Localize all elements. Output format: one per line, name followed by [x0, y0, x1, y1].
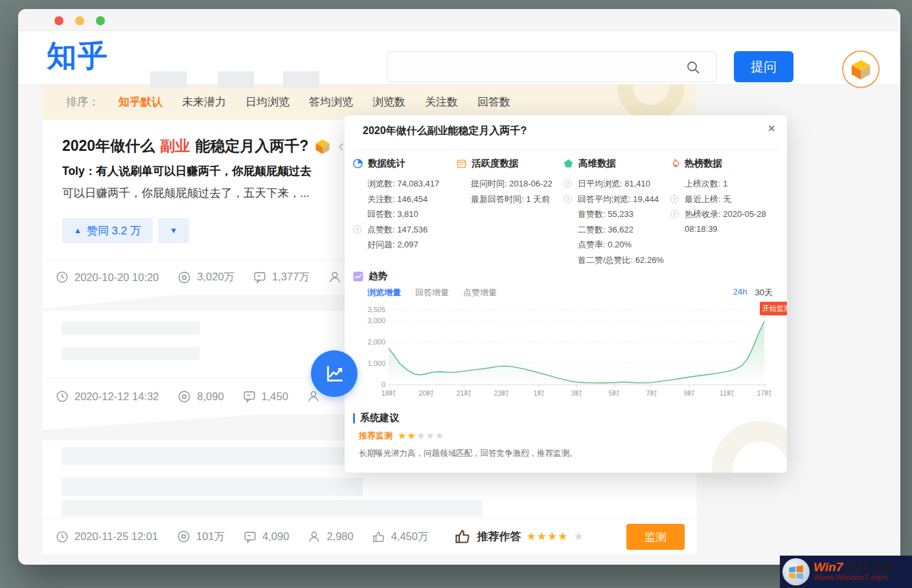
close-window-button[interactable] [54, 16, 63, 25]
stat-row: 首赞数: 55,233 [564, 207, 668, 222]
y-tick-label: 3,505 [366, 306, 385, 313]
minimize-window-button[interactable] [75, 16, 84, 25]
y-tick-label: 2,000 [366, 338, 385, 346]
sort-item-views[interactable]: 浏览数 [372, 95, 405, 109]
followers-count: 2,980 [326, 530, 353, 543]
x-tick-label: 17时 [753, 389, 776, 398]
answer-excerpt[interactable]: Toly：有人说刷单可以日赚两千，你屁颠屁颠过去 可以日赚两千，你屁颠屁颠过去了… [62, 160, 367, 204]
chevron-left-icon[interactable]: ‹ [338, 136, 344, 156]
x-tick-label: 5时 [602, 389, 626, 398]
question-title[interactable]: 2020年做什么副业能稳定月入两千? ‹ [62, 136, 344, 156]
pentagon-icon [564, 159, 573, 168]
stat-row: 上榜次数: 1 [670, 176, 773, 192]
x-tick-label: 7时 [640, 389, 663, 398]
clock-icon [55, 530, 69, 544]
views-icon [177, 389, 192, 404]
clock-icon [55, 270, 69, 284]
sort-item-answers[interactable]: 回答数 [477, 95, 510, 109]
suggestion-stars-filled: ★★ [398, 430, 416, 441]
placeholder-bar [62, 322, 200, 335]
extension-cube-icon [849, 57, 873, 82]
trend-tab-upvotes[interactable]: 点赞增量 [463, 287, 497, 299]
extension-cube-icon[interactable] [314, 137, 332, 155]
sort-bar: 排序： 知乎默认 未来潜力 日均浏览 答均浏览 浏览数 关注数 回答数 [42, 84, 696, 120]
browser-window: 知乎 提问 排序： 知乎默认 [18, 9, 900, 565]
comments-count: 4,090 [262, 530, 289, 543]
y-tick-label: 0 [366, 381, 385, 389]
maximize-window-button[interactable] [96, 16, 105, 25]
views-count: 101万 [196, 530, 225, 544]
trend-tab-views[interactable]: 浏览增量 [367, 287, 401, 299]
data-popup: 2020年做什么副业能稳定月入两千? × 数据统计 浏览数: 74,083,41… [345, 115, 787, 473]
downvote-button[interactable]: ▼ [158, 218, 189, 243]
close-icon[interactable]: × [768, 122, 775, 135]
section-hotlist-data: 热榜数据 上榜次数: 1 ?最近上榜: 无 ?热榜收录: 2020-05-28 … [670, 157, 773, 236]
trend-floating-button[interactable] [311, 350, 358, 397]
x-tick-label: 11时 [715, 389, 738, 398]
upvotes-count: 4,450万 [391, 530, 429, 544]
nav-placeholder [283, 71, 319, 88]
sort-item-daily-views[interactable]: 日均浏览 [245, 95, 290, 109]
x-tick-label: 9时 [678, 389, 701, 398]
sort-item-zhihu-default[interactable]: 知乎默认 [119, 95, 163, 109]
upvotes-icon [372, 530, 386, 544]
sort-label: 排序： [66, 95, 99, 109]
zhihu-logo[interactable]: 知乎 [47, 36, 109, 76]
sort-item-future-potential[interactable]: 未来潜力 [182, 95, 226, 109]
search-icon[interactable] [685, 60, 701, 75]
range-24h-toggle[interactable]: 24h [733, 287, 747, 299]
help-icon[interactable]: ? [353, 225, 361, 234]
views-icon [177, 270, 192, 285]
stat-row: 点赞率: 0.20% [564, 237, 668, 253]
section-accent-bar [353, 413, 355, 424]
placeholder-bar [62, 478, 363, 496]
placeholder-bar [62, 500, 483, 517]
stat-row: 最新回答时间: 1 天前 [457, 192, 560, 207]
up-triangle-icon: ▲ [74, 226, 82, 235]
trend-chart-svg [389, 304, 767, 387]
watermark-brand: Win7 [814, 560, 843, 574]
x-tick-label: 18时 [377, 389, 400, 398]
x-tick-label: 20时 [415, 389, 438, 398]
comments-icon [242, 389, 256, 403]
range-30d-toggle[interactable]: 30天 [755, 287, 773, 299]
help-icon[interactable]: ? [564, 195, 572, 203]
upvote-button[interactable]: ▲ 赞同 3.2 万 [62, 218, 153, 243]
help-icon[interactable]: ? [670, 210, 679, 218]
avatar[interactable] [842, 51, 880, 88]
comments-icon [253, 270, 267, 284]
stat-row: 浏览数: 74,083,417 [353, 176, 451, 192]
flame-icon [670, 159, 679, 168]
stat-row: 回答数: 3,810 [353, 207, 451, 222]
x-tick-label: 23时 [490, 389, 513, 398]
sort-item-views-per-answer[interactable]: 答均浏览 [309, 95, 353, 109]
x-tick-label: 21时 [452, 389, 475, 398]
question-time: 2020-11-25 12:01 [74, 530, 158, 543]
help-icon[interactable]: ? [564, 179, 572, 188]
trend-chart: 01,0002,0003,0003,505 18时20时21时23时1时3时5时… [366, 302, 781, 403]
sort-item-followers[interactable]: 关注数 [425, 95, 458, 109]
titlebar [18, 9, 900, 31]
recommend-answer-badge: 推荐作答 ★★★★★ [454, 528, 584, 545]
stat-row: ?最近上榜: 无 [670, 192, 773, 207]
stat-row: 提问时间: 2018-06-22 [457, 176, 560, 192]
help-icon[interactable]: ? [670, 195, 679, 203]
placeholder-bar [62, 447, 363, 465]
dotted-divider [354, 150, 778, 150]
stat-row: ?日平均浏览: 81,410 [564, 176, 668, 192]
clock-icon [55, 389, 69, 403]
views-count: 3,020万 [197, 270, 234, 284]
site-header: 知乎 提问 [18, 31, 900, 84]
ask-question-button[interactable]: 提问 [734, 51, 793, 82]
stat-row: 首二赞/总赞比: 62.26% [564, 253, 668, 268]
section-data-statistics: 数据统计 浏览数: 74,083,417 关注数: 146,454 回答数: 3… [353, 157, 451, 253]
stat-row: 好问题: 2,097 [353, 237, 451, 253]
trend-tab-answers[interactable]: 回答增量 [415, 287, 449, 299]
highlighted-keyword: 副业 [160, 136, 190, 156]
x-tick-label: 1时 [527, 389, 551, 398]
monitor-button[interactable]: 监测 [626, 524, 685, 550]
question-time: 2020-10-20 10:20 [74, 271, 159, 284]
search-input[interactable] [387, 51, 717, 82]
views-icon [176, 529, 191, 544]
section-activity-data: 活跃度数据 提问时间: 2018-06-22 最新回答时间: 1 天前 [457, 157, 560, 207]
